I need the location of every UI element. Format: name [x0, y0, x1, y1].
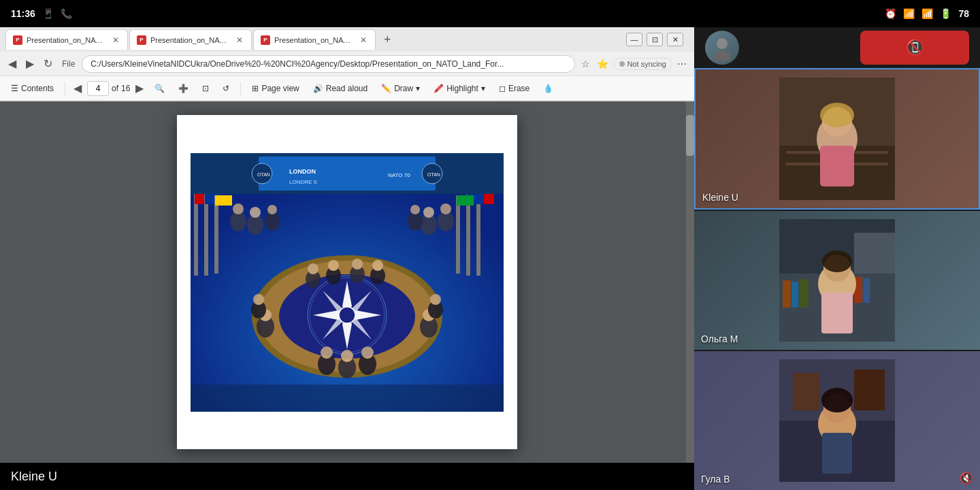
- tab-1-favicon: P: [13, 35, 22, 45]
- alarm-icon: ⏰: [885, 8, 896, 19]
- prev-page-button[interactable]: ◀: [71, 80, 84, 96]
- svg-point-65: [328, 260, 339, 271]
- rotate-button[interactable]: ↺: [217, 81, 235, 96]
- draw-icon: ✏️: [381, 84, 391, 93]
- battery-icon: 🔋: [940, 8, 951, 19]
- tab-bar: P Presentation_on_NATO_Land_Fo... ✕ P Pr…: [0, 27, 694, 52]
- wifi-icon: 📶: [921, 8, 933, 19]
- draw-dropdown-icon: ▾: [416, 84, 420, 93]
- tab-3[interactable]: P Presentation_on_NATO_Land_Fo... ✕: [253, 29, 376, 50]
- read-aloud-button[interactable]: 🔊 Read aloud: [308, 81, 373, 96]
- more-options-button[interactable]: ⋯: [675, 56, 689, 71]
- star-icon[interactable]: ⭐: [595, 56, 610, 71]
- address-input[interactable]: [82, 55, 574, 73]
- call-header: 📵: [694, 27, 980, 68]
- tab-2-close[interactable]: ✕: [235, 34, 244, 46]
- zoom-in-button[interactable]: ➕: [173, 81, 194, 96]
- svg-rect-92: [821, 293, 853, 333]
- speaker-name-bar: Kleine U: [0, 463, 694, 490]
- page-view-label: Page view: [261, 84, 299, 93]
- tab-1[interactable]: P Presentation_on_NATO_Land_Fo... ✕: [5, 29, 128, 50]
- tab-2-favicon: P: [137, 35, 146, 45]
- highlight-button[interactable]: 🖍️ Highlight ▾: [428, 81, 491, 96]
- svg-text:OTAN: OTAN: [257, 172, 270, 177]
- erase-icon: ◻: [499, 84, 506, 93]
- pdf-page: LONDON LONDRE S NATO 70 OTAN OTAN: [177, 115, 517, 449]
- page-number-input[interactable]: [87, 81, 109, 96]
- erase-label: Erase: [508, 84, 529, 93]
- read-aloud-icon: 🔊: [313, 84, 323, 93]
- pdf-scrollbar[interactable]: [686, 101, 694, 463]
- minimize-button[interactable]: —: [626, 33, 642, 46]
- status-bar: 11:36 📱 📞 ⏰ 📶 📶 🔋 78: [0, 0, 980, 27]
- sync-status[interactable]: Not syncing: [613, 58, 672, 70]
- pdf-scrollbar-thumb[interactable]: [686, 115, 694, 156]
- tab-2[interactable]: P Presentation_on_NATO_Land_Fo... ✕: [129, 29, 252, 50]
- svg-rect-16: [476, 194, 480, 276]
- highlight-icon: 🖍️: [434, 84, 444, 93]
- highlight-label: Highlight: [446, 84, 478, 93]
- draw-label: Draw: [394, 84, 413, 93]
- erase-button[interactable]: ◻ Erase: [493, 81, 535, 96]
- svg-rect-96: [854, 370, 885, 410]
- end-call-button[interactable]: 📵: [860, 31, 969, 65]
- contents-button[interactable]: ☰ Contents: [5, 81, 59, 96]
- pdf-viewer[interactable]: LONDON LONDRE S NATO 70 OTAN OTAN: [0, 101, 694, 463]
- svg-rect-86: [799, 279, 808, 308]
- svg-rect-14: [214, 195, 218, 274]
- svg-point-32: [408, 212, 423, 231]
- svg-point-72: [714, 50, 730, 61]
- nato-meeting-image: LONDON LONDRE S NATO 70 OTAN OTAN: [191, 153, 504, 412]
- svg-text:NATO 70: NATO 70: [388, 172, 410, 178]
- new-tab-button[interactable]: +: [380, 33, 395, 47]
- back-button[interactable]: ◀: [5, 56, 19, 71]
- page-navigation: ◀ of 16 ▶: [71, 80, 146, 96]
- time-display: 11:36: [11, 8, 35, 19]
- rotate-icon: ↺: [223, 84, 229, 93]
- phone-status-icon: 📱: [42, 8, 54, 19]
- zoom-out-button[interactable]: 🔍: [149, 81, 170, 96]
- gula-name: Гула В: [701, 474, 730, 485]
- svg-point-69: [372, 260, 383, 271]
- svg-point-71: [717, 38, 728, 49]
- olga-name: Ольга М: [701, 333, 738, 344]
- gula-mute-icon: 🔇: [960, 472, 973, 485]
- tab-1-close[interactable]: ✕: [111, 34, 120, 46]
- olga-video-bg: [694, 211, 980, 350]
- zoom-fit-button[interactable]: ⊡: [197, 81, 214, 96]
- ink-button[interactable]: 💧: [538, 81, 559, 96]
- toolbar-sep-1: [65, 82, 65, 95]
- participant-video-kleine: Kleine U: [694, 68, 980, 210]
- main-layout: P Presentation_on_NATO_Land_Fo... ✕ P Pr…: [0, 27, 980, 490]
- svg-text:LONDRE S: LONDRE S: [289, 179, 317, 185]
- signal-icon: 📶: [903, 8, 915, 19]
- svg-point-51: [341, 350, 353, 362]
- toolbar-sep-2: [240, 82, 241, 95]
- svg-point-26: [265, 212, 280, 231]
- svg-rect-85: [791, 282, 798, 308]
- close-button[interactable]: ✕: [667, 33, 683, 46]
- svg-rect-83: [854, 233, 895, 274]
- page-view-button[interactable]: ⊞ Page view: [246, 81, 304, 96]
- draw-button[interactable]: ✏️ Draw ▾: [376, 81, 425, 96]
- avatar-image: [705, 31, 739, 65]
- refresh-button[interactable]: ↻: [41, 56, 55, 71]
- page-view-icon: ⊞: [252, 84, 259, 93]
- tab-1-label: Presentation_on_NATO_Land_Fo...: [27, 36, 107, 44]
- bookmark-icon[interactable]: ☆: [579, 56, 592, 71]
- svg-rect-84: [783, 280, 791, 308]
- tab-3-close[interactable]: ✕: [359, 34, 368, 46]
- tab-3-label: Presentation_on_NATO_Land_Fo...: [274, 36, 355, 44]
- restore-button[interactable]: ⊡: [647, 33, 663, 46]
- svg-rect-80: [820, 146, 854, 186]
- read-aloud-label: Read aloud: [326, 84, 368, 93]
- kleine-name: Kleine U: [702, 192, 738, 203]
- call-icon: 📞: [61, 8, 72, 19]
- next-page-button[interactable]: ▶: [133, 80, 146, 96]
- svg-point-57: [253, 294, 264, 305]
- tab-2-label: Presentation_on_NATO_Land_Fo...: [150, 36, 231, 44]
- sync-label: Not syncing: [627, 60, 666, 68]
- svg-rect-18: [466, 194, 470, 276]
- kleine-video-bg: [696, 69, 979, 208]
- forward-button[interactable]: ▶: [23, 56, 37, 71]
